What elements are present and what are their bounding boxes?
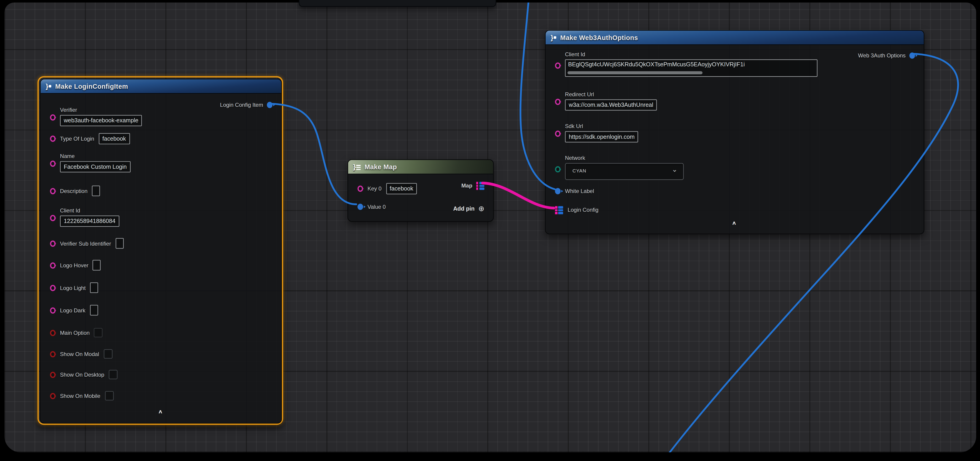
pin-show-on-desktop[interactable] [50,371,56,378]
pin-label-logo-dark: Logo Dark [60,307,85,313]
logo-dark-input[interactable] [90,305,98,315]
pin-verifier[interactable] [50,114,56,121]
pin-white-label[interactable] [555,188,561,194]
pin-label-client-id: Client Id [565,51,585,57]
verifier-input[interactable]: web3auth-facebook-example [60,115,142,126]
make-struct-icon: } [46,83,51,89]
collapse-node-icon[interactable]: ∧ [732,220,737,226]
node-make-web3authoptions[interactable]: } Make Web3AuthOptions Web 3Auth Options… [545,30,924,234]
pin-label-client-id: Client Id [60,207,80,214]
blueprint-editor: } Make LoginConfigItem Login Config Item… [0,0,980,461]
pin-label-logo-hover: Logo Hover [60,262,88,268]
chevron-down-icon: ⌄ [671,165,677,174]
pin-label-login-config: Login Config [568,207,598,213]
add-pin-icon[interactable]: ⊕ [478,205,484,212]
pin-label-verifier: Verifier [60,107,77,113]
pin-label-verifier-sub-identifier: Verifier Sub Identifier [60,240,111,246]
pin-login-config[interactable] [555,206,563,214]
main-option-checkbox[interactable] [94,328,103,337]
output-label: Login Config Item [220,102,263,108]
pin-label-key0: Key 0 [368,186,381,192]
pin-client-id[interactable] [555,62,561,68]
show-on-modal-checkbox[interactable] [103,349,112,359]
node-title: Make Map [364,163,397,170]
pin-login-config-item-output[interactable] [267,102,273,108]
pin-show-on-modal[interactable] [50,351,56,357]
pin-client-id[interactable] [50,215,56,221]
network-dropdown-value: CYAN [573,168,586,174]
show-on-mobile-checkbox[interactable] [105,391,113,401]
pin-type-of-login[interactable] [50,136,56,142]
pin-label-show-on-desktop: Show On Desktop [60,371,104,378]
pin-verifier-sub-identifier[interactable] [50,240,56,246]
pin-label-redirect-url: Redirect Url [565,91,594,97]
pin-label-show-on-mobile: Show On Mobile [60,393,100,399]
pin-label-sdk-url: Sdk Url [565,123,583,129]
pin-label-show-on-modal: Show On Modal [60,351,99,357]
pin-label-value0: Value 0 [368,204,386,210]
pin-redirect-url[interactable] [555,99,561,105]
offscreen-node-top[interactable] [299,0,496,7]
logo-light-input[interactable] [90,282,99,293]
make-struct-icon: } [550,34,556,40]
pin-logo-hover[interactable] [50,262,56,268]
node-header[interactable]: } Make Map [348,160,493,174]
verifier-sub-identifier-input[interactable] [116,238,124,248]
node-title: Make Web3AuthOptions [560,34,638,41]
network-dropdown[interactable]: CYAN ⌄ [565,163,684,180]
output-label: Web 3Auth Options [858,52,906,59]
pin-description[interactable] [50,188,56,194]
type-of-login-input[interactable]: facebook [99,133,130,144]
client-id-input[interactable]: BEglQSgt4cUWcj6SKRdu5QkOXTsePmMcusG5EAoy… [565,59,818,77]
pin-show-on-mobile[interactable] [50,393,56,399]
pin-label-network: Network [565,155,585,161]
selection-border: } Make LoginConfigItem Login Config Item… [38,76,283,425]
client-id-text: BEglQSgt4cUWcj6SKRdu5QkOXTsePmMcusG5EAoy… [568,61,815,67]
pin-label-type-of-login: Type Of Login [60,136,94,142]
pin-name[interactable] [50,161,56,167]
pin-label-white-label: White Label [565,188,594,194]
client-id-scrollbar[interactable] [568,71,703,74]
pin-main-option[interactable] [50,329,56,336]
description-input[interactable] [92,186,100,196]
pin-sdk-url[interactable] [555,130,561,137]
output-label-map: Map [461,183,473,189]
redirect-url-input[interactable]: w3a://com.w3a.Web3AuthUnreal [565,99,657,110]
node-header[interactable]: } Make LoginConfigItem [41,79,282,94]
pin-value0[interactable] [358,204,363,210]
node-make-loginconfigitem[interactable]: } Make LoginConfigItem Login Config Item… [40,79,282,423]
sdk-url-input[interactable]: https://sdk.openlogin.com [565,131,638,143]
pin-logo-dark[interactable] [50,307,56,313]
node-header[interactable]: } Make Web3AuthOptions [546,31,924,45]
node-make-map[interactable]: } Make Map Key 0 facebook Map Value 0 [347,159,494,222]
graph-canvas[interactable]: } Make LoginConfigItem Login Config Item… [4,3,976,452]
make-map-icon: } [353,164,361,170]
pin-logo-light[interactable] [50,285,56,291]
client-id-input[interactable]: 1222658941886084 [60,216,119,227]
add-pin-button[interactable]: Add pin [453,205,474,212]
logo-hover-input[interactable] [93,260,101,270]
name-input[interactable]: Facebook Custom Login [60,161,130,172]
pin-network[interactable] [555,166,561,172]
show-on-desktop-checkbox[interactable] [109,370,117,379]
pin-key0[interactable] [358,186,363,192]
pin-label-name: Name [60,153,75,159]
collapse-node-icon[interactable]: ∧ [158,409,163,414]
pin-label-description: Description [60,188,88,194]
node-title: Make LoginConfigItem [55,83,128,90]
pin-label-main-option: Main Option [60,329,90,336]
pin-label-logo-light: Logo Light [60,285,86,291]
key0-input[interactable]: facebook [386,183,417,194]
